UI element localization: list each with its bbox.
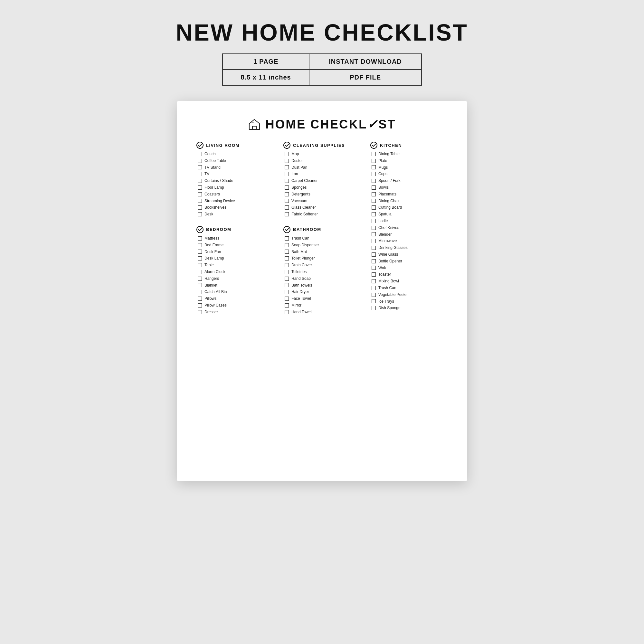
list-item: Sponges bbox=[283, 185, 361, 190]
checkbox[interactable] bbox=[285, 243, 289, 247]
checkbox[interactable] bbox=[198, 303, 202, 308]
document-preview: new HOME CHECKL✓ST LIVING ROOM Couch Cof… bbox=[177, 101, 467, 481]
house-icon: new bbox=[248, 118, 261, 131]
checkbox[interactable] bbox=[372, 252, 376, 257]
checkbox[interactable] bbox=[285, 263, 289, 267]
list-item: Bath Towels bbox=[283, 283, 361, 288]
checkbox[interactable] bbox=[372, 205, 376, 210]
checkbox[interactable] bbox=[198, 179, 202, 183]
section-bedroom: BEDROOM Mattress Bed Frame Desk Fan Desk… bbox=[196, 226, 274, 315]
list-item: Dining Table bbox=[370, 151, 448, 157]
checkbox[interactable] bbox=[372, 279, 376, 283]
list-item: Duster bbox=[283, 158, 361, 164]
list-item: Mirror bbox=[283, 303, 361, 308]
checkbox[interactable] bbox=[372, 293, 376, 297]
checkbox[interactable] bbox=[285, 212, 289, 216]
checkbox[interactable] bbox=[198, 199, 202, 203]
list-item: Blender bbox=[370, 232, 448, 237]
checkbox[interactable] bbox=[372, 226, 376, 230]
checkbox[interactable] bbox=[198, 277, 202, 281]
list-item: Toilet Plunger bbox=[283, 256, 361, 261]
list-item: Trash Can bbox=[370, 285, 448, 291]
bathroom-items: Trash Can Soap Dispenser Bath Mat Toilet… bbox=[283, 236, 361, 315]
checkbox[interactable] bbox=[285, 159, 289, 163]
checkbox[interactable] bbox=[198, 236, 202, 241]
page-title: NEW HOME CHECKLIST bbox=[176, 19, 468, 46]
checkbox[interactable] bbox=[372, 266, 376, 270]
list-item: Glass Cleaner bbox=[283, 205, 361, 210]
checkbox[interactable] bbox=[285, 277, 289, 281]
svg-point-2 bbox=[197, 226, 203, 233]
checkbox[interactable] bbox=[372, 165, 376, 169]
checkbox[interactable] bbox=[372, 219, 376, 223]
checkbox[interactable] bbox=[372, 212, 376, 216]
section-cleaning-supplies: CLEANING SUPPLIES Mop Duster Dust Pan Ir… bbox=[283, 142, 361, 217]
checkbox[interactable] bbox=[285, 192, 289, 196]
checkbox[interactable] bbox=[285, 172, 289, 176]
checkbox[interactable] bbox=[372, 192, 376, 196]
bedroom-title: BEDROOM bbox=[206, 227, 231, 232]
checkbox[interactable] bbox=[372, 179, 376, 183]
list-item: Dish Sponge bbox=[370, 305, 448, 311]
checkbox[interactable] bbox=[285, 185, 289, 190]
checkbox[interactable] bbox=[198, 205, 202, 210]
info-download: INSTANT DOWNLOAD bbox=[309, 54, 421, 70]
checkbox[interactable] bbox=[372, 286, 376, 290]
checkbox[interactable] bbox=[198, 243, 202, 247]
checkbox[interactable] bbox=[285, 270, 289, 274]
checkbox[interactable] bbox=[198, 192, 202, 196]
info-size: 8.5 x 11 inches bbox=[223, 70, 309, 85]
checkbox[interactable] bbox=[285, 199, 289, 203]
checkbox[interactable] bbox=[285, 310, 289, 314]
checkbox[interactable] bbox=[285, 283, 289, 287]
checkbox[interactable] bbox=[372, 232, 376, 236]
checkbox[interactable] bbox=[198, 172, 202, 176]
checkbox[interactable] bbox=[372, 246, 376, 250]
checkbox[interactable] bbox=[198, 256, 202, 260]
checkbox[interactable] bbox=[285, 165, 289, 169]
checkbox[interactable] bbox=[285, 297, 289, 301]
checkbox[interactable] bbox=[285, 250, 289, 254]
bedroom-items: Mattress Bed Frame Desk Fan Desk Lamp Ta… bbox=[196, 236, 274, 315]
checkbox[interactable] bbox=[372, 259, 376, 263]
list-item: Pillow Cases bbox=[196, 303, 274, 308]
checkbox[interactable] bbox=[372, 239, 376, 243]
checkbox[interactable] bbox=[372, 172, 376, 176]
checkbox[interactable] bbox=[198, 159, 202, 163]
checkbox[interactable] bbox=[285, 179, 289, 183]
list-item: Drain Cover bbox=[283, 262, 361, 268]
checkbox[interactable] bbox=[285, 152, 289, 156]
checkbox[interactable] bbox=[285, 256, 289, 260]
checkbox[interactable] bbox=[285, 205, 289, 210]
checkbox[interactable] bbox=[198, 250, 202, 254]
checkbox[interactable] bbox=[372, 199, 376, 203]
checkbox[interactable] bbox=[198, 185, 202, 190]
list-item: Carpet Cleaner bbox=[283, 178, 361, 184]
checkbox[interactable] bbox=[372, 185, 376, 190]
list-item: Bath Mat bbox=[283, 249, 361, 255]
checkbox[interactable] bbox=[198, 297, 202, 301]
checkbox[interactable] bbox=[198, 165, 202, 169]
checkbox[interactable] bbox=[372, 152, 376, 156]
checkbox[interactable] bbox=[372, 299, 376, 303]
checkbox[interactable] bbox=[372, 306, 376, 310]
checkbox[interactable] bbox=[198, 310, 202, 314]
list-item: Mop bbox=[283, 151, 361, 157]
checkbox[interactable] bbox=[198, 283, 202, 287]
checkbox[interactable] bbox=[372, 272, 376, 277]
checkbox[interactable] bbox=[198, 263, 202, 267]
checkbox[interactable] bbox=[198, 212, 202, 216]
section-living-room: LIVING ROOM Couch Coffee Table TV Stand … bbox=[196, 142, 274, 217]
checkbox[interactable] bbox=[285, 236, 289, 241]
checkbox[interactable] bbox=[198, 152, 202, 156]
list-item: Hand Towel bbox=[283, 309, 361, 315]
living-room-check-icon bbox=[196, 142, 204, 149]
list-item: Hair Dryer bbox=[283, 289, 361, 295]
checkbox[interactable] bbox=[198, 290, 202, 294]
svg-text:new: new bbox=[250, 121, 254, 124]
list-item: Bookshelves bbox=[196, 205, 274, 210]
checkbox[interactable] bbox=[198, 270, 202, 274]
checkbox[interactable] bbox=[285, 290, 289, 294]
checkbox[interactable] bbox=[285, 303, 289, 308]
checkbox[interactable] bbox=[372, 159, 376, 163]
